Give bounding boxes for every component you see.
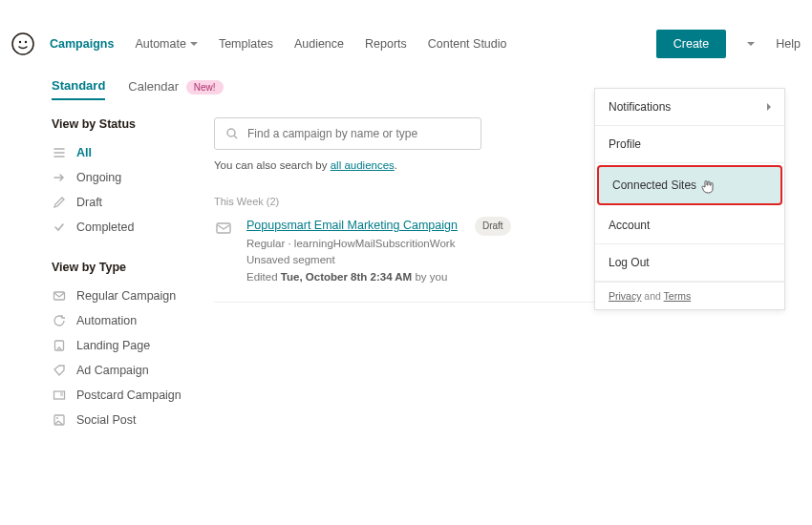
nav-links: Campaigns Automate Templates Audience Re… xyxy=(50,37,507,51)
nav-automate[interactable]: Automate xyxy=(135,37,198,51)
sidebar-item-label: Draft xyxy=(76,196,102,209)
svg-rect-9 xyxy=(217,223,230,233)
tab-standard[interactable]: Standard xyxy=(52,78,105,100)
privacy-link[interactable]: Privacy xyxy=(609,290,641,302)
sidebar-item-label: All xyxy=(76,146,92,159)
sidebar-item-label: Ad Campaign xyxy=(76,364,149,377)
nav-automate-label: Automate xyxy=(135,37,186,51)
sidebar-type-automation[interactable]: Automation xyxy=(52,308,203,333)
sidebar-type-regular[interactable]: Regular Campaign xyxy=(52,284,203,308)
list-icon xyxy=(52,145,67,160)
svg-point-1 xyxy=(19,41,21,43)
svg-point-0 xyxy=(12,33,33,54)
sidebar-type-ad[interactable]: Ad Campaign xyxy=(52,358,203,383)
search-wrap[interactable] xyxy=(214,117,481,150)
status-badge: Draft xyxy=(475,217,511,236)
top-nav: Campaigns Automate Templates Audience Re… xyxy=(11,19,801,69)
sidebar-item-label: Ongoing xyxy=(76,171,121,184)
sidebar-item-label: Completed xyxy=(76,220,134,234)
all-audiences-link[interactable]: all audiences xyxy=(331,159,395,171)
sidebar-type-landing[interactable]: Landing Page xyxy=(52,333,203,358)
new-badge: New! xyxy=(186,80,224,94)
dropdown-item-label: Connected Sites xyxy=(612,178,696,192)
dropdown-footer: Privacy and Terms xyxy=(595,282,784,309)
page-icon xyxy=(52,338,67,353)
nav-campaigns[interactable]: Campaigns xyxy=(50,37,114,51)
dropdown-logout[interactable]: Log Out xyxy=(595,244,784,282)
dropdown-item-label: Log Out xyxy=(609,256,650,269)
dropdown-connected-sites[interactable]: Connected Sites xyxy=(597,165,782,205)
sidebar-item-label: Regular Campaign xyxy=(76,289,176,303)
sidebar-status-heading: View by Status xyxy=(52,117,203,131)
svg-point-7 xyxy=(56,417,58,419)
dropdown-item-label: Notifications xyxy=(609,100,671,114)
create-button[interactable]: Create xyxy=(656,30,727,58)
sidebar-status-ongoing[interactable]: Ongoing xyxy=(52,165,203,190)
nav-help[interactable]: Help xyxy=(776,37,801,51)
account-dropdown: Notifications Profile Connected Sites Ac… xyxy=(594,88,785,310)
dropdown-notifications[interactable]: Notifications xyxy=(595,89,784,126)
search-input[interactable] xyxy=(247,127,471,140)
svg-point-2 xyxy=(25,41,27,43)
brand-logo[interactable] xyxy=(11,32,34,55)
dropdown-item-label: Account xyxy=(609,219,650,232)
svg-rect-4 xyxy=(55,341,64,350)
pencil-icon xyxy=(52,195,67,210)
chevron-down-icon xyxy=(747,42,755,46)
nav-content-studio[interactable]: Content Studio xyxy=(428,37,507,51)
chevron-right-icon xyxy=(767,103,771,111)
sidebar-type-heading: View by Type xyxy=(52,261,203,274)
tab-calendar[interactable]: Calendar New! xyxy=(128,79,223,99)
nav-reports[interactable]: Reports xyxy=(365,37,407,51)
sidebar-item-label: Social Post xyxy=(76,413,137,427)
nav-templates[interactable]: Templates xyxy=(219,37,273,51)
envelope-icon xyxy=(52,288,67,304)
sidebar-type-social[interactable]: Social Post xyxy=(52,408,203,432)
sidebar-item-label: Automation xyxy=(76,314,137,327)
terms-link[interactable]: Terms xyxy=(664,290,692,302)
search-sub-pre: You can also search by xyxy=(214,159,331,171)
chevron-down-icon xyxy=(190,42,198,46)
dropdown-profile[interactable]: Profile xyxy=(595,126,784,163)
sidebar-item-label: Landing Page xyxy=(76,339,150,352)
check-icon xyxy=(52,220,67,235)
nav-audience[interactable]: Audience xyxy=(294,37,344,51)
arrow-icon xyxy=(52,170,67,185)
sidebar-status-completed[interactable]: Completed xyxy=(52,215,203,240)
search-icon xyxy=(224,126,240,141)
dropdown-item-label: Profile xyxy=(609,137,641,151)
image-icon xyxy=(52,412,67,428)
sidebar-status-all[interactable]: All xyxy=(52,140,203,165)
sidebar: View by Status All Ongoing Draft Complet… xyxy=(52,117,214,432)
nav-right: Help xyxy=(747,37,801,51)
tag-icon xyxy=(52,363,67,378)
sidebar-type-postcard[interactable]: Postcard Campaign xyxy=(52,383,203,408)
sidebar-status-draft[interactable]: Draft xyxy=(52,190,203,215)
postcard-icon xyxy=(52,388,67,403)
account-dropdown-trigger[interactable] xyxy=(747,42,755,46)
sidebar-item-label: Postcard Campaign xyxy=(76,388,182,402)
tab-calendar-label: Calendar xyxy=(128,79,179,94)
svg-point-8 xyxy=(227,129,235,136)
campaign-icon xyxy=(214,219,233,238)
campaign-title-link[interactable]: Popupsmart Email Marketing Campaign xyxy=(246,217,458,235)
dropdown-account[interactable]: Account xyxy=(595,207,784,244)
cycle-icon xyxy=(52,313,67,328)
